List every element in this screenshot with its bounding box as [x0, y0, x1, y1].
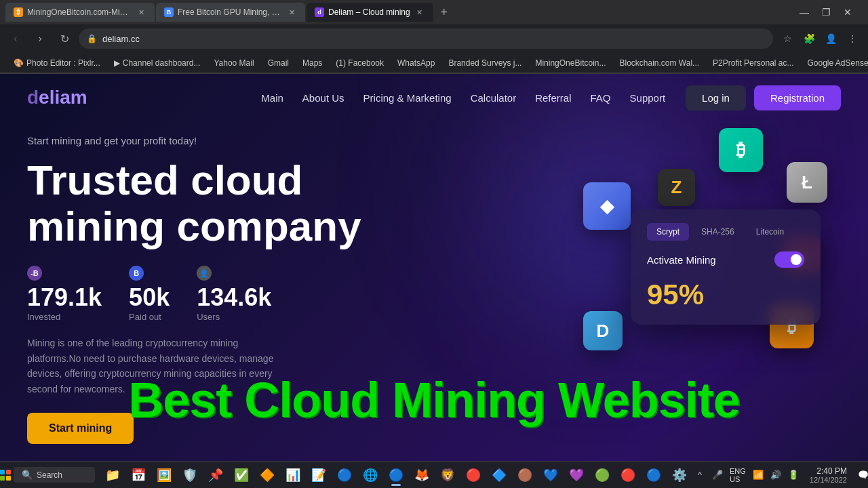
stat-users: 👤 134.6k Users [197, 266, 271, 322]
stat-icon-invested: -B [27, 266, 42, 281]
tab-close-2[interactable]: ✕ [286, 7, 297, 18]
taskbar-todo[interactable]: ✅ [229, 463, 254, 487]
bookmark-channel[interactable]: ▶ Channel dashboard... [108, 57, 206, 69]
systray-network[interactable]: 📶 [750, 467, 766, 483]
hero-title-line2: mining company [27, 203, 361, 249]
nav-main[interactable]: Main [261, 92, 283, 104]
stats-row: -B 179.1k Invested B 50k Paid out 👤 134.… [27, 266, 841, 322]
time-display: 2:40 PM [810, 466, 847, 476]
stat-paidout: B 50k Paid out [129, 266, 170, 322]
address-bar-row: ‹ › ↻ 🔒 deliam.cc ☆ 🧩 👤 ⋮ [0, 24, 868, 53]
language-badge[interactable]: ENGUS [727, 466, 749, 485]
register-button[interactable]: Registration [754, 85, 841, 110]
taskbar-pin[interactable]: 📌 [203, 463, 228, 487]
bookmark-mining-one[interactable]: MiningOneBitcoin... [530, 57, 611, 69]
browser-tab-3[interactable]: d Deliam – Cloud mining ✕ [307, 3, 433, 22]
nav-pricing[interactable]: Pricing & Marketing [363, 92, 452, 104]
window-controls: — ❐ ✕ [795, 3, 863, 22]
tab-title-2: Free Bitcoin GPU Mining, Cloud... [178, 7, 282, 17]
bookmark-star-icon[interactable]: ☆ [777, 28, 797, 49]
reload-button[interactable]: ↻ [54, 28, 75, 49]
website-content: deliam Main About Us Pricing & Marketing… [0, 74, 868, 468]
stat-icon-users: 👤 [197, 266, 212, 281]
tab-title-1: MiningOneBitcoin.com-Mining... [27, 7, 132, 17]
taskbar-app-purple[interactable]: 💜 [564, 463, 589, 487]
taskbar-chrome[interactable]: 🔵 [384, 463, 408, 487]
tab-favicon-3: d [315, 7, 324, 17]
systray-microphone[interactable]: 🎤 [709, 467, 726, 483]
nav-about[interactable]: About Us [302, 92, 344, 104]
window-maximize[interactable]: ❐ [816, 3, 835, 22]
lock-icon: 🔒 [87, 34, 97, 43]
taskbar-app-green[interactable]: 🟢 [590, 463, 614, 487]
forward-button[interactable]: › [30, 28, 50, 49]
hero-section: Start mining and get your profit today! … [0, 121, 868, 458]
search-label: Search [37, 470, 62, 480]
taskbar-settings[interactable]: ⚙️ [667, 463, 692, 487]
systray-sound[interactable]: 🔊 [768, 467, 784, 483]
taskbar-shield[interactable]: 🛡️ [178, 463, 202, 487]
taskbar-onenote[interactable]: 🔵 [332, 463, 357, 487]
nav-faq[interactable]: FAQ [591, 92, 611, 104]
window-close[interactable]: ✕ [838, 3, 857, 22]
taskbar-excel[interactable]: 📊 [281, 463, 305, 487]
tab-favicon-2: B [164, 7, 174, 17]
more-menu-icon[interactable]: ⋮ [842, 28, 863, 49]
taskbar-app-brown[interactable]: 🟤 [513, 463, 537, 487]
taskbar-opera[interactable]: 🔴 [461, 463, 486, 487]
taskbar-search[interactable]: 🔍 Search [14, 467, 95, 483]
browser-tab-1[interactable]: ₿ MiningOneBitcoin.com-Mining... ✕ [5, 3, 155, 22]
bookmark-gmail[interactable]: Gmail [262, 57, 294, 69]
taskbar-firefox[interactable]: 🦊 [410, 463, 434, 487]
systray-show-hidden[interactable]: ^ [692, 467, 708, 483]
tab-bar: ₿ MiningOneBitcoin.com-Mining... ✕ B Fre… [0, 0, 868, 24]
hero-tagline: Start mining and get your profit today! [27, 135, 841, 146]
taskbar-apps: 📁 📅 🖼️ 🛡️ 📌 ✅ 🔶 📊 📝 🔵 🌐 🔵 🦊 🦁 🔴 🔷 🟤 💙 💜 … [100, 463, 692, 487]
start-mining-button[interactable]: Start mining [27, 413, 134, 444]
taskbar-clock[interactable]: 2:40 PM 12/14/2022 [804, 466, 852, 484]
hero-description: Mining is one of the leading cryptocurre… [27, 336, 285, 396]
login-button[interactable]: Log in [686, 85, 746, 110]
profile-icon[interactable]: 👤 [821, 28, 841, 49]
site-logo[interactable]: deliam [27, 87, 87, 108]
taskbar-calendar[interactable]: 📅 [126, 463, 151, 487]
nav-referral[interactable]: Referral [535, 92, 571, 104]
bookmark-yahoo-mail[interactable]: Yahoo Mail [208, 57, 259, 69]
bookmark-photo-editor[interactable]: 🎨 Photo Editor : Pixlr... [8, 57, 106, 69]
taskbar-photos[interactable]: 🖼️ [152, 463, 176, 487]
back-button[interactable]: ‹ [5, 28, 26, 49]
tab-close-3[interactable]: ✕ [414, 7, 425, 18]
taskbar-app-orange[interactable]: 🔶 [255, 463, 279, 487]
stat-value-users: 134.6k [197, 283, 271, 312]
bookmark-maps[interactable]: Maps [297, 57, 328, 69]
window-minimize[interactable]: — [795, 3, 814, 22]
bookmark-adsense[interactable]: Google AdSense [802, 57, 868, 69]
nav-support[interactable]: Support [630, 92, 666, 104]
address-bar[interactable]: 🔒 deliam.cc [79, 28, 773, 49]
nav-calculator[interactable]: Calculator [471, 92, 517, 104]
bookmark-icon: 🎨 [14, 58, 24, 68]
taskbar-app-blue2[interactable]: 💙 [538, 463, 563, 487]
bookmark-blockchain[interactable]: Blockchain.com Wal... [614, 57, 705, 69]
start-button[interactable] [0, 462, 11, 489]
new-tab-button[interactable]: + [435, 3, 454, 22]
bookmark-whatsapp[interactable]: WhatsApp [392, 57, 440, 69]
notification-center[interactable]: 🗨️ [855, 467, 868, 483]
browser-extensions-icon[interactable]: 🧩 [799, 28, 819, 49]
bookmark-p2profit[interactable]: P2Profit Personal ac... [707, 57, 799, 69]
bookmark-branded-surveys[interactable]: Branded Surveys j... [443, 57, 527, 69]
browser-tab-2[interactable]: B Free Bitcoin GPU Mining, Cloud... ✕ [156, 3, 305, 22]
taskbar-edge[interactable]: 🌐 [358, 463, 382, 487]
tab-close-1[interactable]: ✕ [136, 7, 146, 18]
search-icon: 🔍 [22, 470, 33, 480]
taskbar-file-explorer[interactable]: 📁 [100, 463, 125, 487]
taskbar-word[interactable]: 📝 [307, 463, 331, 487]
taskbar-vivaldi[interactable]: 🔷 [487, 463, 511, 487]
taskbar-app-red2[interactable]: 🔴 [616, 463, 640, 487]
bookmark-facebook[interactable]: (1) Facebook [330, 57, 389, 69]
taskbar-brave[interactable]: 🦁 [435, 463, 460, 487]
windows-logo [0, 470, 11, 481]
systray-battery[interactable]: 🔋 [785, 467, 802, 483]
browser-chrome: ₿ MiningOneBitcoin.com-Mining... ✕ B Fre… [0, 0, 868, 74]
taskbar-app-teal[interactable]: 🔵 [642, 463, 666, 487]
